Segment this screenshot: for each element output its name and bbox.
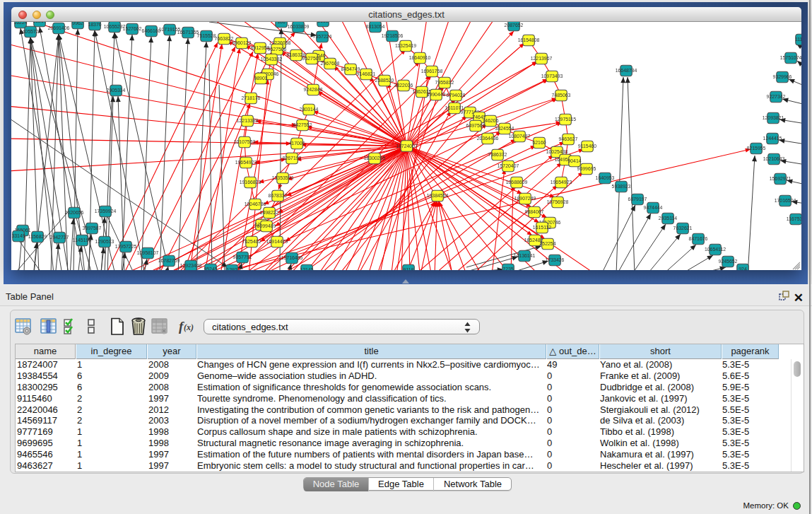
svg-text:2087652: 2087652 [505,23,524,28]
svg-text:8531: 8531 [317,22,328,23]
svg-text:2967608: 2967608 [321,61,340,66]
svg-text:9146821: 9146821 [357,71,376,76]
svg-text:9962: 9962 [72,22,83,25]
svg-text:1640953: 1640953 [596,175,615,180]
svg-text:9242848: 9242848 [304,87,323,92]
svg-text:2942737: 2942737 [50,235,69,240]
svg-text:10107553: 10107553 [234,139,256,144]
svg-text:3824554: 3824554 [495,126,514,131]
svg-text:2718176: 2718176 [242,95,261,100]
svg-text:2803144: 2803144 [300,107,319,112]
svg-text:7632621: 7632621 [673,226,693,230]
svg-text:10543382: 10543382 [261,57,283,62]
svg-text:9245652: 9245652 [719,259,738,264]
svg-text:16961758: 16961758 [421,69,443,74]
svg-text:1145194: 1145194 [73,238,91,243]
svg-text:1615112: 1615112 [533,225,551,230]
svg-text:15716485: 15716485 [281,255,303,260]
svg-text:12923448: 12923448 [180,263,202,268]
svg-text:17957225: 17957225 [115,244,137,249]
svg-text:8427552: 8427552 [293,122,312,127]
svg-text:1733426: 1733426 [546,257,565,262]
svg-text:18300295: 18300295 [364,156,386,160]
svg-text:10654112: 10654112 [705,247,726,252]
svg-text:3822036: 3822036 [394,83,413,88]
svg-text:1498222: 1498222 [260,210,279,215]
svg-text:16914479: 16914479 [266,239,288,244]
svg-text:16782759: 16782759 [158,258,180,263]
svg-text:15720407: 15720407 [498,163,519,168]
svg-text:15692971: 15692971 [770,176,792,181]
svg-text:20364436: 20364436 [477,136,499,141]
svg-text:7625402: 7625402 [242,239,261,244]
svg-text:16033809: 16033809 [288,24,310,29]
svg-text:12213389: 12213389 [237,118,259,123]
svg-text:98901: 98901 [254,76,267,81]
svg-text:8471676: 8471676 [689,236,708,241]
svg-text:16671355: 16671355 [177,30,199,35]
svg-text:18376: 18376 [88,22,101,27]
svg-text:9857791: 9857791 [233,255,252,259]
svg-text:1290513: 1290513 [95,239,114,244]
svg-text:95245: 95245 [204,267,217,270]
svg-text:9115460: 9115460 [578,144,596,148]
svg-text:6879197: 6879197 [628,197,647,201]
svg-text:90414: 90414 [567,158,581,163]
svg-text:2588520: 2588520 [375,78,394,83]
svg-text:9884067: 9884067 [525,209,544,214]
svg-text:924: 924 [739,267,747,270]
svg-text:7955812: 7955812 [435,80,454,85]
svg-text:1292: 1292 [226,267,237,270]
svg-text:18907249: 18907249 [514,196,536,201]
svg-text:8678332: 8678332 [269,193,288,198]
svg-text:9463627: 9463627 [559,136,578,141]
svg-text:12975115: 12975115 [555,117,576,122]
svg-text:6466160: 6466160 [142,28,161,33]
svg-text:62160: 62160 [532,140,546,145]
svg-text:14136141: 14136141 [514,253,536,258]
svg-text:19654923: 19654923 [235,160,257,165]
svg-text:10756928: 10756928 [547,199,569,204]
svg-text:12145: 12145 [300,267,313,270]
svg-text:1156829: 1156829 [28,234,47,239]
svg-text:16648784: 16648784 [616,68,637,73]
svg-text:55267: 55267 [33,22,46,23]
svg-text:8215955: 8215955 [747,146,766,151]
svg-text:5938923: 5938923 [612,184,631,189]
svg-text:17359924: 17359924 [95,209,117,214]
svg-text:20691406: 20691406 [48,25,70,30]
svg-text:7386372: 7386372 [488,152,507,157]
svg-text:(x): (x) [184,322,194,332]
svg-text:10973493: 10973493 [541,74,563,78]
svg-text:16224: 16224 [13,22,27,25]
svg-text:1244415: 1244415 [763,136,782,141]
svg-text:746206: 746206 [483,118,499,123]
svg-text:19218506: 19218506 [382,33,404,38]
svg-text:18640910: 18640910 [409,55,431,60]
svg-text:7663822: 7663822 [215,36,234,41]
svg-text:8267190: 8267190 [283,156,302,160]
svg-text:7485063: 7485063 [552,93,571,98]
svg-text:252254: 252254 [540,241,556,246]
svg-text:10807487: 10807487 [509,134,531,139]
svg-text:9527508: 9527508 [302,56,322,61]
svg-text:10025438: 10025438 [546,149,568,154]
svg-text:9699695: 9699695 [577,166,596,171]
svg-text:9329966: 9329966 [773,74,792,79]
svg-text:9227342: 9227342 [767,94,786,99]
svg-text:11325419: 11325419 [395,43,416,48]
svg-text:15751074: 15751074 [780,55,801,60]
svg-text:8960123: 8960123 [233,40,252,45]
svg-text:2905334: 2905334 [107,88,126,93]
svg-text:6497568: 6497568 [466,123,486,128]
svg-text:9527506: 9527506 [268,47,287,52]
svg-text:11123: 11123 [795,37,801,42]
svg-text:10210643: 10210643 [763,156,785,161]
svg-text:7357224: 7357224 [313,34,332,39]
svg-text:417006: 417006 [289,141,305,146]
svg-text:18724007: 18724007 [396,144,418,148]
svg-text:2020656: 2020656 [65,210,84,215]
svg-text:19654923: 19654923 [551,180,572,185]
svg-text:7515528: 7515528 [197,33,216,38]
svg-text:6099489: 6099489 [257,223,276,228]
